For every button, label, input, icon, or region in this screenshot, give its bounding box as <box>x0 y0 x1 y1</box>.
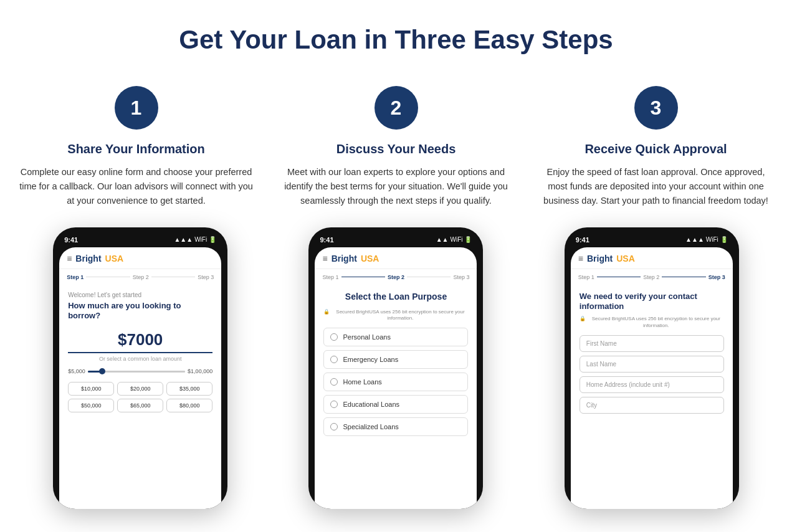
step-2-col: 2 Discuss Your Needs Meet with our loan … <box>272 86 520 209</box>
phone-common-label: Or select a common loan amount <box>68 356 212 362</box>
amount-btn-6[interactable]: $80,000 <box>166 399 212 412</box>
radio-5 <box>330 423 338 430</box>
amount-btn-1[interactable]: $10,000 <box>68 382 114 396</box>
page-title: Get Your Loan in Three Easy Steps <box>12 25 780 55</box>
step-1-heading: Share Your Information <box>19 142 254 156</box>
step-3-circle: 3 <box>634 86 678 130</box>
phone-btn-grid: $10,000 $20,000 $35,000 $50,000 $65,000 … <box>68 382 212 412</box>
steps-row: 1 Share Your Information Complete our ea… <box>12 86 780 209</box>
phone-2-top-bar: 9:41 ▲▲ WiFi 🔋 <box>315 236 477 244</box>
phone-1-screen: ≡ BrightUSA Step 1 Step 2 Step 3 Welcome… <box>59 247 221 509</box>
step-2-circle: 2 <box>375 86 418 130</box>
city-field[interactable]: City <box>580 397 724 414</box>
phone-1-content: Welcome! Let's get started How much are … <box>59 285 221 425</box>
p2-line2 <box>407 277 451 278</box>
hamburger-icon-2: ≡ <box>322 254 327 264</box>
first-name-field[interactable]: First Name <box>580 335 724 352</box>
amount-btn-2[interactable]: $20,000 <box>117 382 163 396</box>
phone-3-progress: Step 1 Step 2 Step 3 <box>571 269 733 285</box>
brand-bright-3: Bright <box>587 254 613 264</box>
p3-step2: Step 2 <box>643 274 659 280</box>
amount-btn-5[interactable]: $65,000 <box>117 399 163 412</box>
brand-usa-1: USA <box>105 254 124 264</box>
step-1-desc: Complete our easy online form and choose… <box>19 165 254 209</box>
brand-usa-2: USA <box>361 254 379 264</box>
progress-step2-1: Step 2 <box>133 274 149 280</box>
step-1-col: 1 Share Your Information Complete our ea… <box>12 86 260 209</box>
phone-1-header: ≡ BrightUSA <box>59 247 221 269</box>
hamburger-icon: ≡ <box>67 254 72 264</box>
phone-2-progress: Step 1 Step 2 Step 3 <box>315 269 477 285</box>
slider-thumb <box>99 368 105 374</box>
step-3-heading: Receive Quick Approval <box>538 142 773 156</box>
progress-line2 <box>151 277 195 278</box>
phone-3-screen: ≡ BrightUSA Step 1 Step 2 Step 3 We need… <box>571 247 733 509</box>
lock-icon-2: 🔒 <box>323 309 330 315</box>
p3-line2 <box>662 277 705 278</box>
page-container: Get Your Loan in Three Easy Steps 1 Shar… <box>0 0 792 509</box>
phone-2-col: 9:41 ▲▲ WiFi 🔋 ≡ BrightUSA Step 1 <box>268 227 523 509</box>
p2-step2: Step 2 <box>388 274 404 280</box>
slider-min: $5,000 <box>68 368 85 374</box>
phone-question: How much are you looking to borrow? <box>68 301 212 322</box>
phones-row: 9:41 ▲▲▲ WiFi 🔋 ≡ BrightUSA Step 1 <box>12 227 780 509</box>
loan-option-1[interactable]: Personal Loans <box>323 328 468 346</box>
phone-slider[interactable] <box>88 371 185 373</box>
phone-1-time: 9:41 <box>64 236 78 244</box>
phone-3-col: 9:41 ▲▲▲ WiFi 🔋 ≡ BrightUSA Step 1 <box>524 227 780 509</box>
address-field[interactable]: Home Address (include unit #) <box>580 376 724 393</box>
phone-3-content: We need to verify your contact informati… <box>571 285 733 430</box>
loan-option-5[interactable]: Specialized Loans <box>323 417 468 436</box>
phone-3-header: ≡ BrightUSA <box>571 247 733 269</box>
phone-3-mockup: 9:41 ▲▲▲ WiFi 🔋 ≡ BrightUSA Step 1 <box>565 227 739 509</box>
loan-option-2[interactable]: Emergency Loans <box>323 350 468 369</box>
slider-track <box>88 371 185 373</box>
step-2-heading: Discuss Your Needs <box>279 142 513 156</box>
radio-1 <box>330 333 338 341</box>
step-1-circle: 1 <box>115 86 158 130</box>
step-3-col: 3 Receive Quick Approval Enjoy the speed… <box>532 86 780 209</box>
phone-2-content: Select the Loan Purpose 🔒 Secured Bright… <box>315 285 477 453</box>
security-note-2: 🔒 Secured BrightUSA uses 256 bit encrypt… <box>323 309 468 322</box>
brand-bright-2: Bright <box>332 254 357 264</box>
phone-3-top-bar: 9:41 ▲▲▲ WiFi 🔋 <box>571 236 733 244</box>
security-note-3: 🔒 Secured BrightUSA uses 256 bit encrypt… <box>580 316 724 329</box>
last-name-field[interactable]: Last Name <box>580 356 724 373</box>
phone-2-header: ≡ BrightUSA <box>315 247 477 269</box>
brand-bright-1: Bright <box>75 254 101 264</box>
phone-2-time: 9:41 <box>320 236 333 244</box>
phone-3-time: 9:41 <box>576 236 589 244</box>
phone-1-icons: ▲▲▲ WiFi 🔋 <box>174 236 216 243</box>
phone-welcome: Welcome! Let's get started <box>68 292 212 298</box>
step-3-desc: Enjoy the speed of fast loan approval. O… <box>538 165 773 209</box>
phone-2-screen: ≡ BrightUSA Step 1 Step 2 Step 3 Select … <box>315 247 477 509</box>
p3-line1 <box>597 277 641 278</box>
amount-btn-4[interactable]: $50,000 <box>68 399 114 412</box>
phone-2-icons: ▲▲ WiFi 🔋 <box>436 236 472 243</box>
p2-step3: Step 3 <box>453 274 469 280</box>
progress-step3-1: Step 3 <box>198 274 214 280</box>
p3-step1: Step 1 <box>578 274 594 280</box>
phone-3-icons: ▲▲▲ WiFi 🔋 <box>685 236 728 243</box>
contact-title: We need to verify your contact informati… <box>580 292 724 313</box>
phone-amount: $7000 <box>68 330 212 353</box>
loan-option-4[interactable]: Educational Loans <box>323 395 468 414</box>
brand-usa-3: USA <box>616 254 635 264</box>
radio-4 <box>330 401 338 408</box>
phone-1-progress: Step 1 Step 2 Step 3 <box>59 269 221 285</box>
radio-3 <box>330 378 338 386</box>
amount-btn-3[interactable]: $35,000 <box>166 382 212 396</box>
p3-step3: Step 3 <box>709 274 725 280</box>
p2-step1: Step 1 <box>322 274 338 280</box>
progress-line1 <box>86 277 130 278</box>
lock-icon-3: 🔒 <box>580 316 586 322</box>
step-2-desc: Meet with our loan experts to explore yo… <box>279 165 513 209</box>
phone-1-top-bar: 9:41 ▲▲▲ WiFi 🔋 <box>59 236 221 244</box>
radio-2 <box>330 356 338 363</box>
phone-2-mockup: 9:41 ▲▲ WiFi 🔋 ≡ BrightUSA Step 1 <box>308 227 483 509</box>
loan-purpose-title: Select the Loan Purpose <box>323 292 468 302</box>
progress-step1-1: Step 1 <box>67 274 83 280</box>
p2-line1 <box>341 277 385 278</box>
loan-option-3[interactable]: Home Loans <box>323 373 468 391</box>
phone-1-col: 9:41 ▲▲▲ WiFi 🔋 ≡ BrightUSA Step 1 <box>12 227 268 509</box>
